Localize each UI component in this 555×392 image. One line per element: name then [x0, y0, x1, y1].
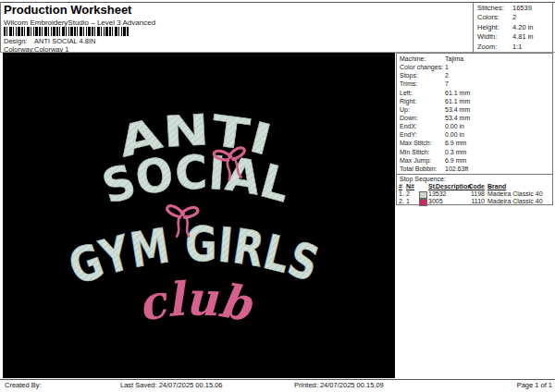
machine-row: Min Stitch:0.3 mm: [397, 149, 552, 157]
barcode: [4, 27, 130, 36]
machine-row: Up:53.4 mm: [397, 106, 552, 115]
cell-code: 1198: [465, 190, 485, 197]
cell-st: 13532: [428, 190, 446, 197]
stop-sequence-row: 1. 2 13532 1198 Madeira Classic 40: [397, 190, 552, 198]
machine-value: Tajima: [445, 55, 463, 62]
machine-value: 0.00 in: [445, 131, 464, 138]
cell-n: 1: [406, 198, 410, 204]
col-brand: Brand: [487, 183, 506, 190]
machine-row: EndY:0.00 in: [397, 131, 552, 140]
machine-label: Machine:: [400, 55, 426, 62]
footer-page-number: Page 1 of 1: [517, 381, 552, 389]
summary-label: Width:: [477, 32, 497, 41]
summary-label: Height:: [477, 23, 500, 31]
summary-label: Stitches:: [477, 4, 504, 12]
machine-label: Right:: [400, 98, 416, 104]
machine-value: 0.00 in: [445, 123, 464, 129]
machine-value: 6.9 mm: [445, 140, 466, 146]
summary-label: Colors:: [477, 13, 500, 21]
machine-row: Color changes:1: [397, 64, 552, 72]
design-value: ANTI SOCIAL 4.8IN: [34, 37, 95, 45]
design-label: Design:: [4, 37, 27, 45]
stop-sequence-row: 2. 1 3005 1110 Madeira Classic 40: [397, 198, 552, 205]
app-subtitle: Wilcom EmbroideryStudio – Level 3 Advanc…: [4, 18, 155, 27]
machine-value: 1: [445, 64, 449, 70]
machine-row: EndX:0.00 in: [397, 123, 552, 131]
machine-label: EndX:: [400, 123, 417, 129]
machine-value: 53.4 mm: [445, 106, 470, 113]
summary-row-zoom: Zoom: 1:1: [474, 43, 552, 52]
machine-value: 7: [445, 80, 449, 87]
machine-value: 0.3 mm: [445, 149, 466, 155]
machine-label: Max Stitch:: [400, 140, 432, 146]
footer-printed: Printed: 24/07/2025 00.15.09: [294, 381, 384, 389]
stop-sequence-title: Stop Sequence:: [397, 175, 552, 183]
cell-num: 1.: [399, 190, 404, 197]
cell-n: 2: [406, 190, 410, 197]
summary-row-colors: Colors: 2: [474, 13, 552, 22]
embroidery-design: ANTI SOCIAL GYM GIRLS club: [3, 53, 395, 378]
machine-row: Stops:2: [397, 72, 552, 80]
summary-row-stitches: Stitches: 16539: [474, 4, 552, 13]
col-n: N#: [406, 183, 414, 190]
summary-value: 1:1: [512, 43, 522, 51]
summary-row-height: Height: 4.20 in: [474, 23, 552, 32]
summary-label: Zoom:: [477, 43, 497, 51]
machine-info-rows: Machine:Tajima Color changes:1 Stops:2 T…: [397, 55, 552, 174]
machine-value: 102.63ft: [445, 165, 468, 172]
footer-rule: [0, 379, 555, 380]
thread-color-swatch: [419, 199, 427, 207]
cell-st: 3005: [428, 198, 443, 204]
design-preview: ANTI SOCIAL GYM GIRLS club: [3, 53, 395, 378]
cell-code: 1110: [465, 198, 485, 204]
machine-label: Color changes:: [400, 64, 443, 70]
machine-label: Max Jump:: [400, 157, 431, 164]
summary-value: 2: [512, 13, 516, 21]
left-edge-rule: [0, 2, 1, 53]
machine-value: 61.1 mm: [445, 98, 470, 104]
machine-label: Stops:: [400, 72, 418, 79]
summary-value: 16539: [512, 4, 532, 12]
summary-value: 4.20 in: [512, 23, 534, 31]
machine-label: Trims:: [400, 80, 417, 87]
machine-label: Min Stitch:: [400, 149, 430, 155]
design-word-club: club: [133, 271, 258, 332]
machine-value: 53.4 mm: [445, 115, 470, 121]
stop-sequence-header: # N# St. Description Code Brand: [397, 183, 552, 190]
machine-label: Down:: [400, 115, 418, 121]
machine-row: Max Stitch:6.9 mm: [397, 140, 552, 148]
machine-label: Left:: [400, 90, 413, 96]
production-worksheet-page: Production Worksheet Wilcom EmbroiderySt…: [0, 0, 555, 392]
cell-brand: Madeira Classic 40: [487, 190, 543, 197]
machine-label: Total Bobbin:: [400, 165, 437, 172]
machine-row: Trims:7: [397, 80, 552, 89]
cell-brand: Madeira Classic 40: [487, 198, 543, 204]
footer-last-saved: Last Saved: 24/07/2025 00.15.06: [120, 381, 223, 389]
design-row: Design: ANTI SOCIAL 4.8IN: [4, 37, 27, 45]
machine-row: Total Bobbin:102.63ft: [397, 165, 552, 174]
summary-row-width: Width: 4.81 in: [474, 32, 552, 42]
stop-sequence-section: Stop Sequence: # N# St. Description Code…: [397, 174, 552, 205]
col-code: Code: [465, 183, 485, 190]
machine-row: Right:61.1 mm: [397, 98, 552, 106]
machine-row: Left:61.1 mm: [397, 90, 552, 98]
col-num: #: [399, 183, 402, 190]
cell-num: 2.: [399, 198, 404, 204]
machine-row: Down:53.4 mm: [397, 115, 552, 123]
machine-value: 6.9 mm: [445, 157, 466, 164]
machine-row: Machine:Tajima: [397, 55, 552, 64]
machine-value: 2: [445, 72, 449, 79]
machine-row: Max Jump:6.9 mm: [397, 157, 552, 165]
footer-created-by: Created By:: [5, 381, 42, 389]
page-title: Production Worksheet: [4, 3, 131, 17]
machine-label: Up:: [400, 106, 410, 113]
design-summary-box: Stitches: 16539 Colors: 2 Height: 4.20 i…: [473, 2, 553, 53]
summary-value: 4.81 in: [512, 32, 534, 41]
machine-info-panel: Machine:Tajima Color changes:1 Stops:2 T…: [396, 53, 553, 205]
machine-label: EndY:: [400, 131, 417, 138]
machine-value: 61.1 mm: [445, 90, 470, 96]
